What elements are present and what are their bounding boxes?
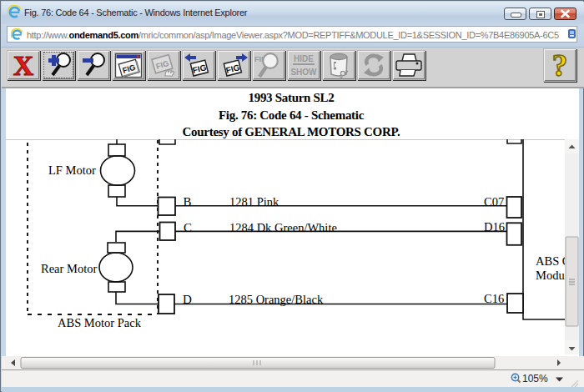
svg-text:ABS Motor Pack: ABS Motor Pack bbox=[58, 316, 142, 329]
svg-text:D: D bbox=[183, 293, 192, 306]
svg-text:C: C bbox=[184, 221, 192, 234]
svg-text:1284 Dk Green/White: 1284 Dk Green/White bbox=[229, 221, 337, 234]
svg-text:B: B bbox=[184, 195, 192, 209]
svg-text:LF Motor: LF Motor bbox=[48, 163, 96, 177]
svg-text:ABS Control: ABS Control bbox=[536, 254, 565, 268]
svg-text:HIDE: HIDE bbox=[294, 54, 314, 63]
svg-text:1281 Pink: 1281 Pink bbox=[229, 195, 279, 209]
svg-text:C07: C07 bbox=[484, 195, 504, 209]
svg-text:?: ? bbox=[552, 49, 568, 81]
svg-text:C16: C16 bbox=[484, 292, 504, 305]
svg-text:Rear Motor: Rear Motor bbox=[41, 262, 97, 275]
svg-text:X: X bbox=[13, 51, 34, 79]
svg-text:Module: Module bbox=[536, 269, 565, 282]
svg-text:1285 Orange/Black: 1285 Orange/Black bbox=[229, 293, 324, 306]
svg-text:SHOW: SHOW bbox=[290, 68, 317, 77]
svg-text:D16: D16 bbox=[484, 220, 505, 234]
